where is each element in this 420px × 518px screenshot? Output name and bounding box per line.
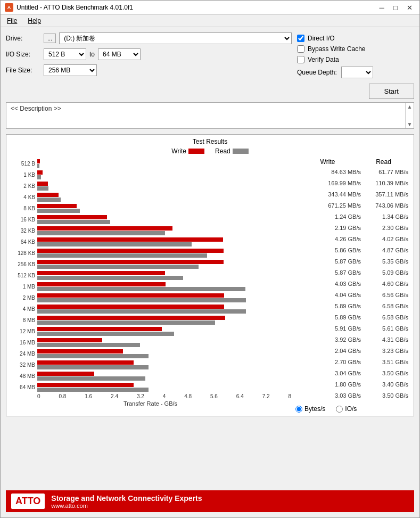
window-controls: ─ □ ✕	[376, 3, 415, 12]
write-value: 5.89 GB/s	[316, 314, 361, 320]
bar-pair	[37, 359, 291, 370]
data-row: 5.91 GB/s5.61 GB/s	[293, 323, 410, 334]
read-value: 110.39 MB/s	[363, 180, 408, 186]
chart-row: 8 KB	[10, 203, 291, 213]
chart-row: 1 MB	[10, 281, 291, 292]
chart-row: 2 KB	[10, 180, 291, 191]
description-text: << Description >>	[11, 105, 61, 112]
maximize-button[interactable]: □	[390, 3, 401, 12]
drive-select[interactable]: (D:) 新加卷	[59, 32, 292, 44]
write-bar	[37, 282, 166, 286]
chart-row: 512 KB	[10, 270, 291, 281]
drive-browse-button[interactable]: ...	[44, 34, 56, 43]
read-bar	[37, 175, 41, 179]
read-legend: Read	[215, 147, 249, 155]
write-value: 3.04 GB/s	[316, 370, 361, 376]
write-value: 4.04 GB/s	[316, 292, 361, 298]
x-axis-label: 1.6	[85, 393, 92, 399]
minimize-button[interactable]: ─	[376, 3, 388, 12]
data-row: 3.04 GB/s3.50 GB/s	[293, 368, 410, 379]
row-label: 512 KB	[10, 273, 35, 278]
bar-pair	[37, 180, 291, 191]
write-bar	[37, 383, 134, 387]
bypass-write-cache-checkbox[interactable]	[297, 45, 304, 53]
close-button[interactable]: ✕	[403, 3, 415, 12]
write-legend: Write	[171, 147, 204, 155]
right-controls: Direct I/O Bypass Write Cache Verify Dat…	[297, 32, 414, 99]
read-value: 743.06 MB/s	[363, 202, 408, 209]
queue-depth-label: Queue Depth:	[297, 69, 337, 76]
bar-pair	[37, 225, 291, 236]
bar-pair	[37, 259, 291, 269]
row-label: 2 MB	[10, 295, 35, 301]
scroll-up-arrow[interactable]: ▲	[407, 104, 413, 110]
write-value: 5.89 GB/s	[316, 303, 361, 309]
file-size-select[interactable]: 256 MB	[44, 64, 97, 76]
x-axis-label: 4	[163, 393, 166, 399]
bar-pair	[37, 236, 291, 247]
data-row: 5.87 GB/s5.35 GB/s	[293, 256, 410, 267]
io-size-to-select[interactable]: 64 MB	[98, 48, 141, 60]
io-radio[interactable]	[336, 406, 343, 413]
bypass-write-cache-row: Bypass Write Cache	[297, 45, 414, 53]
row-label: 512 B	[10, 161, 35, 167]
write-bar	[37, 327, 162, 331]
help-menu[interactable]: Help	[23, 16, 45, 26]
row-label: 1 MB	[10, 284, 35, 290]
verify-data-checkbox[interactable]	[297, 56, 304, 63]
write-bar	[37, 249, 224, 253]
data-header: Write Read	[293, 158, 410, 167]
write-bar	[37, 349, 123, 353]
write-value: 1.80 GB/s	[316, 381, 361, 388]
write-value: 5.87 GB/s	[316, 258, 361, 265]
menu-bar: File Help	[1, 15, 419, 27]
read-bar	[37, 320, 215, 325]
chart-row: 32 MB	[10, 359, 291, 370]
write-bar	[37, 170, 43, 175]
x-axis-label: 0.8	[59, 393, 66, 399]
write-bar	[37, 293, 224, 298]
chart-left: 512 B1 KB2 KB4 KB8 KB16 KB32 KB64 KB128 …	[10, 158, 291, 413]
description-box: << Description >> ▲ ▼	[6, 102, 414, 129]
chart-row: 256 KB	[10, 259, 291, 269]
bytes-radio[interactable]	[295, 406, 302, 413]
x-axis-label: 3.2	[137, 393, 144, 399]
chart-row: 16 MB	[10, 337, 291, 348]
write-legend-color	[188, 149, 204, 154]
queue-depth-select[interactable]	[341, 67, 373, 78]
data-row: 343.44 MB/s357.11 MB/s	[293, 189, 410, 200]
chart-row: 64 MB	[10, 382, 291, 392]
io-size-from-select[interactable]: 512 B	[44, 48, 86, 60]
write-value: 4.03 GB/s	[316, 281, 361, 287]
app-icon: A	[5, 3, 13, 12]
chart-right: Write Read 84.63 MB/s61.77 MB/s169.99 MB…	[293, 158, 410, 413]
file-menu[interactable]: File	[3, 16, 21, 26]
row-label: 1 KB	[10, 172, 35, 178]
file-size-row: File Size: 256 MB	[6, 64, 292, 76]
main-content: Drive: ... (D:) 新加卷 I/O Size: 512 B to 6…	[1, 27, 419, 517]
read-bar	[37, 220, 110, 224]
data-row: 3.92 GB/s4.31 GB/s	[293, 334, 410, 345]
read-value: 3.50 GB/s	[363, 370, 408, 376]
read-value: 4.02 GB/s	[363, 236, 408, 242]
read-bar	[37, 253, 207, 258]
chart-row: 48 MB	[10, 371, 291, 381]
data-row: 5.86 GB/s4.87 GB/s	[293, 245, 410, 256]
write-bar	[37, 215, 107, 219]
data-row: 3.03 GB/s3.50 GB/s	[293, 390, 410, 401]
write-bar	[37, 338, 102, 342]
bar-pair	[37, 303, 291, 314]
row-label: 16 MB	[10, 340, 35, 346]
read-bar	[37, 298, 246, 302]
write-bar	[37, 159, 40, 163]
scroll-down-arrow[interactable]: ▼	[407, 121, 413, 127]
read-col-header: Read	[361, 158, 406, 166]
bytes-radio-item: Bytes/s	[295, 405, 325, 413]
direct-io-row: Direct I/O	[297, 35, 414, 42]
write-bar	[37, 305, 224, 309]
read-bar	[37, 354, 149, 358]
write-bar	[37, 271, 165, 275]
read-bar	[37, 231, 165, 235]
start-button[interactable]: Start	[369, 84, 414, 99]
direct-io-checkbox[interactable]	[297, 35, 304, 42]
